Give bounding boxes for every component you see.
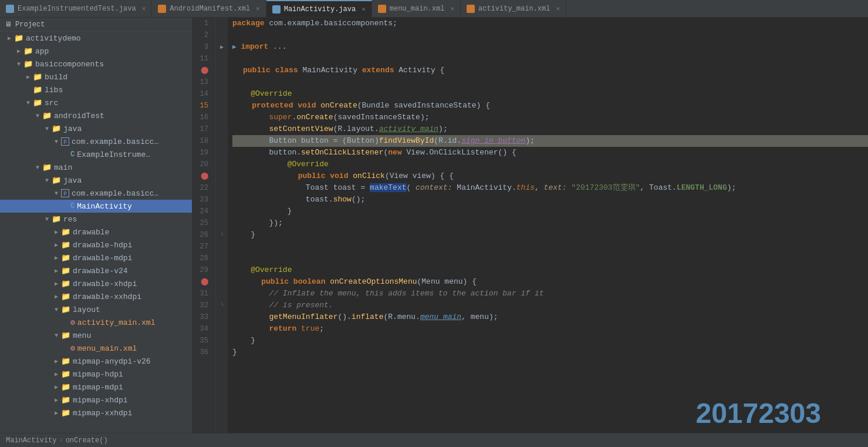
fold-close-icon: └ <box>220 232 224 238</box>
folder-icon: 📁 <box>61 395 70 405</box>
fold-close-icon: └ <box>220 303 224 309</box>
sidebar-item-label: androidTest <box>54 112 104 120</box>
folder-icon: 📁 <box>61 382 70 392</box>
line-num-13: 13 <box>197 76 211 88</box>
sidebar-item-mipmap-mdpi[interactable]: ▶ 📁 mipmap-mdpi <box>0 381 192 394</box>
folder-icon: 📁 <box>23 46 33 56</box>
sidebar-item-package-test[interactable]: ▼ p com.example.basicc… <box>0 135 192 148</box>
line-num-1: 1 <box>197 18 211 29</box>
sidebar-item-androidtest[interactable]: ▼ 📁 androidTest <box>0 109 192 122</box>
arrow-icon: ▼ <box>42 126 52 132</box>
sidebar-item-mipmap-anydpi[interactable]: ▶ 📁 mipmap-anydpi-v26 <box>0 355 192 368</box>
line-num-17: 17 <box>197 123 211 135</box>
code-line-21: public void onClick(View view) { { <box>232 170 868 182</box>
arrow-icon: ▶ <box>14 48 23 55</box>
sidebar-item-label: app <box>35 47 49 56</box>
sidebar-item-app[interactable]: ▶ 📁 app <box>0 45 192 58</box>
arrow-icon: ▶ <box>52 241 61 248</box>
sidebar-item-mipmap-hdpi[interactable]: ▶ 📁 mipmap-hdpi <box>0 368 192 381</box>
code-line-29: @Override <box>232 264 868 276</box>
sidebar-item-label: ExampleInstrume… <box>77 150 150 159</box>
sidebar-item-menu[interactable]: ▼ 📁 menu <box>0 329 192 342</box>
sidebar: 🖥 Project ▶ 📁 activitydemo ▶ 📁 app ▼ 📁 b… <box>0 18 192 433</box>
folder-icon: 📁 <box>61 292 70 301</box>
code-line-23: toast.show(); <box>232 194 868 206</box>
arrow-icon: ▼ <box>52 139 61 145</box>
arrow-icon <box>61 152 70 158</box>
sidebar-item-drawable-xhdpi[interactable]: ▶ 📁 drawable-xhdpi <box>0 277 192 290</box>
sidebar-item-build[interactable]: ▶ 📁 build <box>0 70 192 83</box>
tab-manifest[interactable]: AndroidManifest.xml ✕ <box>152 0 266 17</box>
xml-file-icon <box>158 5 166 13</box>
sidebar-item-drawable-v24[interactable]: ▶ 📁 drawable-v24 <box>0 264 192 277</box>
package-icon: p <box>61 189 69 197</box>
sidebar-item-drawable-xxhdpi[interactable]: ▶ 📁 drawable-xxhdpi <box>0 290 192 303</box>
java-main-icon: C <box>70 202 75 210</box>
sidebar-item-package-main[interactable]: ▼ p com.example.basicc… <box>0 187 192 200</box>
folder-icon: 📁 <box>14 33 23 43</box>
code-line-3: ▶ import ... <box>232 41 868 53</box>
sidebar-item-label: java <box>63 176 82 185</box>
line-num-22: 22 <box>197 182 211 194</box>
folder-icon: 📁 <box>42 111 52 120</box>
sidebar-item-mipmap-xhdpi[interactable]: ▶ 📁 mipmap-xhdpi <box>0 394 192 406</box>
folder-icon: 📁 <box>42 163 52 172</box>
tab-close-button[interactable]: ✕ <box>256 5 260 12</box>
sidebar-item-drawable[interactable]: ▶ 📁 drawable <box>0 226 192 238</box>
tab-close-button[interactable]: ✕ <box>556 5 560 12</box>
code-line-22: Toast toast = makeText( context: MainAct… <box>232 182 868 194</box>
code-editor[interactable]: 1 2 3 11 ⬤ 13 14 15 16 17 18 19 20 ⬤ 22 … <box>192 18 868 433</box>
sidebar-item-activity-main-xml[interactable]: ⚙ activity_main.xml <box>0 316 192 329</box>
tab-menu-main[interactable]: menu_main.xml ✕ <box>372 0 461 17</box>
folder-icon: 📁 <box>52 214 61 224</box>
status-bar: MainActivity › onCreate() <box>0 433 868 447</box>
line-num-19: 19 <box>197 147 211 159</box>
sidebar-item-label: com.example.basicc… <box>72 137 158 146</box>
breadcrumb-class: MainActivity <box>6 436 56 445</box>
tab-mainactivity[interactable]: MainActivity.java ✕ <box>266 0 372 17</box>
sidebar-item-menu-main-xml[interactable]: ⚙ menu_main.xml <box>0 342 192 355</box>
sidebar-item-label: res <box>63 215 77 224</box>
tab-close-button[interactable]: ✕ <box>362 5 366 13</box>
sidebar-item-res[interactable]: ▼ 📁 res <box>0 213 192 226</box>
sidebar-item-example-test[interactable]: C ExampleInstrume… <box>0 148 192 161</box>
sidebar-item-activitydemo[interactable]: ▶ 📁 activitydemo <box>0 32 192 45</box>
sidebar-item-drawable-mdpi[interactable]: ▶ 📁 drawable-mdpi <box>0 251 192 264</box>
tab-close-button[interactable]: ✕ <box>142 5 146 12</box>
line-num-28: 28 <box>197 253 211 264</box>
sidebar-item-label: mipmap-hdpi <box>73 370 123 379</box>
sidebar-item-mainactivity[interactable]: C MainActivity <box>0 200 192 213</box>
arrow-icon: ▶ <box>52 280 61 287</box>
code-line-18: Button button = (Button)findViewById(R.i… <box>232 135 868 147</box>
sidebar-item-libs[interactable]: 📁 libs <box>0 83 192 96</box>
arrow-icon: ▼ <box>52 190 61 197</box>
code-line-30: public boolean onCreateOptionsMenu(Menu … <box>232 276 868 288</box>
sidebar-item-drawable-hdpi[interactable]: ▶ 📁 drawable-hdpi <box>0 238 192 251</box>
sidebar-item-src[interactable]: ▼ 📁 src <box>0 96 192 109</box>
folder-icon: 📁 <box>23 59 33 69</box>
fold-button[interactable]: ▶ <box>220 43 224 51</box>
sidebar-item-label: layout <box>73 305 100 314</box>
tab-activity-main[interactable]: activity_main.xml ✕ <box>461 0 566 17</box>
tab-label: activity_main.xml <box>478 5 550 13</box>
sidebar-item-label: drawable-mdpi <box>73 254 132 263</box>
code-line-11 <box>232 53 868 65</box>
sidebar-item-label: basiccomponents <box>35 60 104 69</box>
tab-close-button[interactable]: ✕ <box>450 5 454 12</box>
sidebar-item-java-main[interactable]: ▼ 📁 java <box>0 174 192 187</box>
code-line-36: } <box>232 347 868 358</box>
java-file-icon <box>272 5 281 14</box>
sidebar-item-layout[interactable]: ▼ 📁 layout <box>0 303 192 316</box>
arrow-icon: ▶ <box>52 396 61 404</box>
code-line-26: } <box>232 229 868 241</box>
sidebar-item-label: mipmap-xhdpi <box>73 396 128 405</box>
tab-example[interactable]: ExampleInstrumentedTest.java ✕ <box>0 0 152 17</box>
sidebar-header: 🖥 Project <box>0 18 192 32</box>
line-num-12: ⬤ <box>197 65 211 76</box>
sidebar-item-mipmap-xxhdpi[interactable]: ▶ 📁 mipmap-xxhdpi <box>0 406 192 419</box>
sidebar-item-label: main <box>54 163 72 172</box>
arrow-icon: ▶ <box>52 371 61 378</box>
sidebar-item-basiccomponents[interactable]: ▼ 📁 basiccomponents <box>0 58 192 70</box>
sidebar-item-java-android[interactable]: ▼ 📁 java <box>0 122 192 135</box>
sidebar-item-main[interactable]: ▼ 📁 main <box>0 161 192 174</box>
